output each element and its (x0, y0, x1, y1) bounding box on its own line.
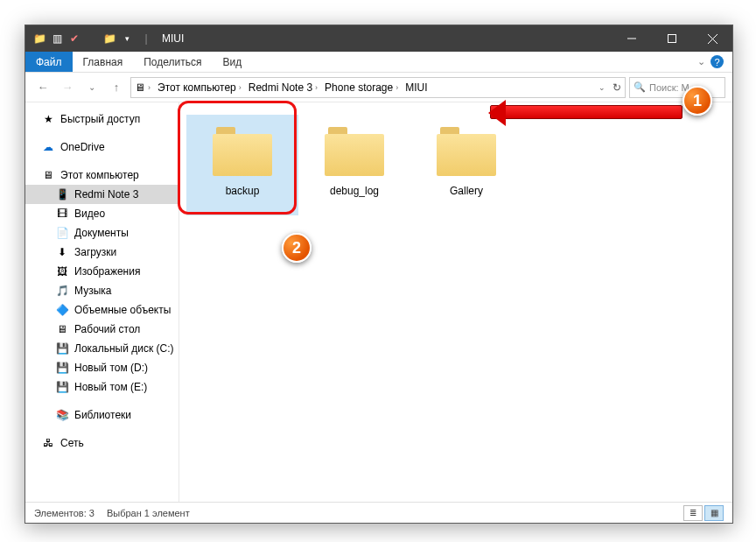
nav-quick-access[interactable]: ★Быстрый доступ (25, 109, 178, 129)
nav-item-icon: 📚 (55, 408, 69, 422)
breadcrumb-segment[interactable]: Этот компьютер (158, 81, 236, 94)
nav-item[interactable]: ⬇Загрузки (25, 243, 178, 262)
tab-view[interactable]: Вид (212, 52, 252, 72)
search-icon: 🔍 (634, 81, 646, 93)
nav-item-label: Музыка (74, 285, 111, 297)
view-details-button[interactable]: ≣ (683, 505, 703, 521)
folder-backup[interactable]: backup (186, 115, 298, 215)
breadcrumb-segment[interactable]: Phone storage (325, 81, 393, 94)
nav-item[interactable]: 💾Новый том (E:) (25, 377, 178, 397)
minimize-button[interactable] (612, 25, 652, 52)
nav-item-icon: 💾 (55, 341, 69, 355)
nav-item-icon: 🖼 (55, 264, 69, 278)
qat-item[interactable]: ✔ (67, 32, 81, 46)
nav-item-label: Видео (74, 208, 105, 220)
folder-label: backup (226, 185, 260, 197)
view-icons-button[interactable]: ▦ (704, 505, 724, 521)
pc-icon: 🖥 (135, 81, 145, 94)
network-icon: 🖧 (41, 436, 55, 450)
nav-item-icon: 🎞 (55, 207, 69, 221)
address-row: ← → ⌄ ↑ 🖥› Этот компьютер› Redmi Note 3›… (25, 73, 732, 102)
close-button[interactable] (692, 25, 732, 52)
nav-item[interactable]: 🖼Изображения (25, 262, 178, 281)
nav-item[interactable]: 🔷Объемные объекты (25, 300, 178, 320)
recent-chevron-icon[interactable]: ⌄ (81, 77, 102, 98)
nav-item-icon: 💾 (55, 361, 69, 375)
nav-item-label: Объемные объекты (74, 304, 171, 316)
nav-item-label: Загрузки (74, 246, 116, 258)
folder-label: debug_log (330, 185, 379, 197)
nav-item-label: Рабочий стол (74, 323, 140, 335)
nav-item[interactable]: 💾Новый том (D:) (25, 358, 178, 377)
ribbon-tabs: Файл Главная Поделиться Вид ⌄ ? (25, 52, 732, 73)
content-pane[interactable]: backup debug_log Gallery (179, 102, 732, 502)
addr-dropdown-icon[interactable]: ⌄ (598, 83, 606, 92)
nav-item-label: Новый том (E:) (74, 381, 147, 393)
nav-item-icon: 💾 (55, 380, 69, 394)
nav-item-label: Документы (74, 227, 129, 239)
nav-item-label: Библиотеки (74, 409, 131, 421)
tab-file[interactable]: Файл (25, 52, 73, 72)
annotation-arrow (490, 105, 682, 119)
explorer-window: 📁 ▥ ✔ 📁 ▾ | MIUI Файл Главная Поделиться… (24, 25, 733, 524)
folder-gallery[interactable]: Gallery (410, 115, 522, 215)
cloud-icon: ☁ (41, 140, 55, 154)
title-bar: 📁 ▥ ✔ 📁 ▾ | MIUI (25, 25, 732, 52)
nav-item-icon: 📄 (55, 226, 69, 240)
nav-item[interactable]: 📚Библиотеки (25, 405, 178, 425)
status-count: Элементов: 3 (34, 508, 94, 518)
qat-item[interactable]: ▥ (50, 32, 64, 46)
nav-item-icon: ⬇ (55, 245, 69, 259)
nav-item-icon: 🖥 (55, 322, 69, 336)
annotation-badge-1: 1 (682, 86, 712, 116)
up-button[interactable]: ↑ (106, 77, 127, 98)
nav-this-pc[interactable]: 🖥Этот компьютер (25, 165, 178, 185)
qat-chevron[interactable]: ▾ (120, 32, 134, 46)
nav-onedrive[interactable]: ☁OneDrive (25, 137, 178, 157)
status-selected: Выбран 1 элемент (107, 508, 190, 518)
refresh-icon[interactable]: ↻ (612, 81, 621, 94)
star-icon: ★ (41, 112, 55, 126)
help-icon[interactable]: ? (710, 55, 724, 68)
annotation-badge-2: 2 (282, 233, 312, 263)
folder-icon: 📁 (102, 32, 116, 46)
nav-item-icon: 🔷 (55, 303, 69, 317)
folder-label: Gallery (450, 185, 483, 197)
nav-item-label: Redmi Note 3 (74, 188, 138, 201)
status-bar: Элементов: 3 Выбран 1 элемент ≣ ▦ (25, 502, 732, 523)
tab-home[interactable]: Главная (73, 52, 134, 72)
svg-rect-1 (668, 35, 676, 43)
folder-icon (325, 127, 384, 176)
quick-access-toolbar: 📁 ▥ ✔ 📁 ▾ | (25, 32, 155, 46)
tab-share[interactable]: Поделиться (133, 52, 212, 72)
nav-item-label: Новый том (D:) (74, 362, 148, 374)
forward-button[interactable]: → (57, 77, 78, 98)
breadcrumb-segment[interactable]: Redmi Note 3 (248, 81, 312, 94)
folder-debug-log[interactable]: debug_log (298, 115, 410, 215)
navigation-pane: ★Быстрый доступ ☁OneDrive 🖥Этот компьюте… (25, 102, 179, 502)
folder-icon (437, 127, 496, 176)
nav-item[interactable]: 🎞Видео (25, 204, 178, 223)
nav-item-label: Локальный диск (C:) (74, 342, 174, 355)
ribbon-expand-icon[interactable]: ⌄ (697, 56, 705, 67)
nav-item[interactable]: 🎵Музыка (25, 281, 178, 300)
maximize-button[interactable] (652, 25, 692, 52)
nav-item-icon: 📱 (55, 187, 69, 201)
nav-item-icon: 🎵 (55, 284, 69, 298)
back-button[interactable]: ← (32, 77, 53, 98)
nav-item[interactable]: 🖥Рабочий стол (25, 320, 178, 339)
nav-item[interactable]: 📄Документы (25, 223, 178, 243)
nav-item[interactable]: 💾Локальный диск (C:) (25, 339, 178, 358)
nav-item-label: Изображения (74, 265, 140, 278)
nav-item[interactable]: 📱Redmi Note 3 (25, 185, 178, 204)
window-title: MIUI (162, 32, 184, 45)
folder-icon (213, 127, 272, 176)
nav-network[interactable]: 🖧Сеть (25, 433, 178, 453)
breadcrumb-segment[interactable]: MIUI (405, 81, 427, 94)
pc-icon: 🖥 (41, 168, 55, 182)
folder-icon: 📁 (32, 32, 46, 46)
address-bar[interactable]: 🖥› Этот компьютер› Redmi Note 3› Phone s… (130, 77, 626, 98)
